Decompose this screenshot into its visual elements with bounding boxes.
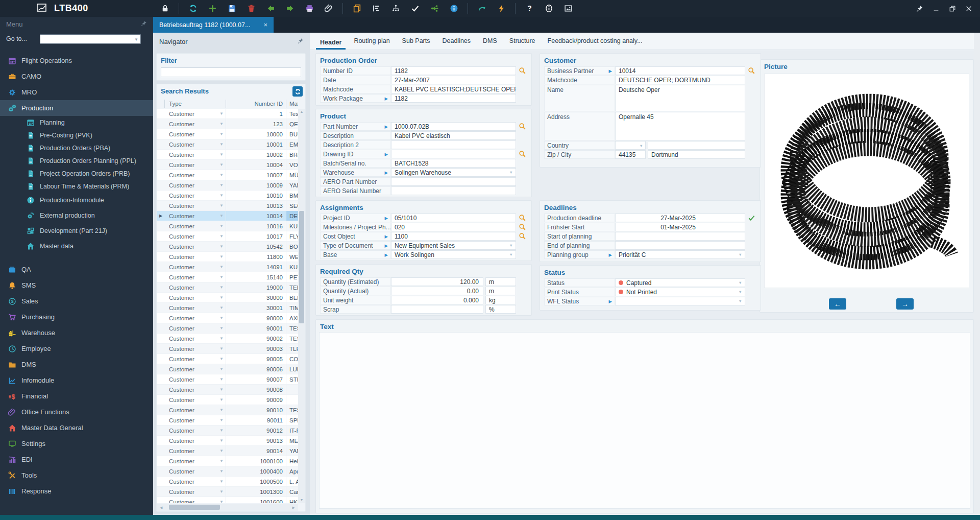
navigator-pin-icon[interactable]	[298, 37, 304, 46]
table-row[interactable]: Customer▼10000BUN	[157, 129, 298, 139]
type-cell[interactable]: Customer▼	[165, 221, 226, 231]
table-row[interactable]: Customer▼90002TES	[157, 334, 298, 344]
type-cell[interactable]: Customer▼	[165, 436, 226, 445]
tab-dms[interactable]: DMS	[479, 33, 501, 50]
goto-select[interactable]: ▼	[40, 34, 141, 44]
field-value-start-of-planning[interactable]	[615, 232, 745, 241]
close-tab-icon[interactable]: ×	[263, 21, 267, 29]
table-row[interactable]: Customer▼90014YAN	[157, 446, 298, 456]
field-value-description[interactable]: Kabel PVC elastisch	[391, 131, 516, 140]
field-value-aero-part-number[interactable]	[391, 177, 516, 186]
link-arrow-icon[interactable]: ▶	[384, 234, 388, 239]
chevron-down-icon[interactable]: ▼	[739, 290, 742, 294]
field-value-print-status[interactable]: Not Printed▼	[615, 288, 745, 296]
field-value-description-2[interactable]	[391, 140, 516, 149]
field-value-warehouse[interactable]: Solingen Warehouse▼	[391, 168, 516, 177]
table-row[interactable]: Customer▼90000AXIN	[157, 313, 298, 323]
table-row[interactable]: Customer▼15140PET	[157, 272, 298, 282]
table-row[interactable]: Customer▼90006LUIG	[157, 364, 298, 374]
field-value-type-of-document[interactable]: New Equipment Sales▼	[391, 241, 516, 250]
table-row[interactable]: Customer▼90005COU	[157, 354, 298, 364]
link-arrow-icon[interactable]: ▶	[384, 124, 388, 129]
field-value-address[interactable]: Opernalle 45	[615, 112, 745, 140]
vertical-scrollbar[interactable]: ▲ ▼	[298, 109, 305, 503]
type-cell[interactable]: Customer▼	[165, 415, 226, 425]
sidebar-item-mro[interactable]: MRO	[0, 84, 153, 100]
scroll-up-icon[interactable]: ▲	[298, 109, 305, 115]
field-value-matchcode[interactable]: DEUTSCHE OPER; DORTMUND	[615, 76, 745, 84]
type-cell[interactable]: Customer▼	[165, 497, 226, 503]
table-row[interactable]: Customer▼90008	[157, 385, 298, 395]
type-cell[interactable]: Customer▼	[165, 323, 226, 333]
sidebar-item-master-data-general[interactable]: Master Data General	[0, 420, 153, 436]
chevron-down-icon[interactable]: ▼	[509, 243, 513, 248]
chevron-down-icon[interactable]: ▼	[739, 280, 742, 285]
chevron-down-icon[interactable]: ▼	[509, 170, 513, 175]
pin-button[interactable]	[914, 2, 925, 15]
close-button[interactable]	[963, 2, 974, 15]
table-row[interactable]: Customer▼14091KUK	[157, 262, 298, 272]
table-row[interactable]: ▶Customer▼10014DEU	[157, 211, 298, 221]
type-cell[interactable]: Customer▼	[165, 426, 226, 435]
gantt-button[interactable]	[370, 2, 383, 15]
sidebar-item-infomodule[interactable]: Infomodule	[0, 372, 153, 388]
sidebar-item-external-production[interactable]: External production	[0, 208, 153, 223]
table-row[interactable]: Customer▼90011SPE	[157, 415, 298, 426]
tab-deadlines[interactable]: Deadlines	[438, 33, 475, 50]
field-value-fr-hster-start[interactable]: 01-Mar-2025	[615, 223, 745, 231]
table-row[interactable]: Customer▼123QEV	[157, 119, 298, 129]
type-cell[interactable]: Customer▼	[165, 231, 226, 241]
column-header-number-id[interactable]: Number ID	[226, 100, 286, 108]
type-cell[interactable]: Customer▼	[165, 395, 226, 405]
table-row[interactable]: Customer▼90013MEY	[157, 436, 298, 446]
sidebar-item-sms[interactable]: SMS	[0, 277, 153, 293]
table-row[interactable]: Customer▼90010TES	[157, 405, 298, 415]
sidebar-item-edi[interactable]: EDI	[0, 452, 153, 467]
table-row[interactable]: Customer▼1001600HKK	[157, 497, 298, 503]
sidebar-item-sales[interactable]: $Sales	[0, 293, 153, 309]
field-value-quantity-actual[interactable]: 0.00	[391, 287, 483, 295]
vertical-scroll-thumb[interactable]	[299, 211, 304, 323]
type-cell[interactable]: Customer▼	[165, 456, 226, 466]
sidebar-item-response[interactable]: Response	[0, 483, 153, 499]
type-cell[interactable]: Customer▼	[165, 334, 226, 343]
field-value-quantity-estimated[interactable]: 120.00	[391, 277, 483, 286]
sidebar-item-warehouse[interactable]: Warehouse	[0, 325, 153, 341]
table-row[interactable]: Customer▼10004VOH	[157, 160, 298, 170]
sidebar-item-employee[interactable]: Employee	[0, 341, 153, 357]
forward-button[interactable]	[283, 2, 297, 15]
table-row[interactable]: Customer▼10017FLYI	[157, 231, 298, 242]
type-cell[interactable]: Customer▼	[165, 466, 226, 476]
field-value-scrap[interactable]	[391, 305, 483, 314]
field-value-drawing-id[interactable]	[391, 150, 516, 158]
info-button[interactable]	[447, 2, 460, 15]
field-value-planning-group[interactable]: Priorität C▼	[615, 250, 745, 259]
link-arrow-icon[interactable]: ▶	[608, 68, 612, 74]
table-row[interactable]: Customer▼1000400Apu	[157, 466, 298, 477]
search-lookup-button[interactable]	[516, 150, 528, 158]
type-cell[interactable]: Customer▼	[165, 191, 226, 200]
sidebar-item-development-part-21j[interactable]: Development (Part 21J)	[0, 223, 153, 239]
table-row[interactable]: Customer▼19000TELI	[157, 282, 298, 293]
type-cell[interactable]: Customer▼	[165, 405, 226, 415]
type-cell[interactable]: Customer▼	[165, 262, 226, 272]
scroll-down-icon[interactable]: ▼	[298, 497, 305, 503]
type-cell[interactable]: Customer▼	[165, 160, 226, 170]
sidebar-item-master-data[interactable]: Master data	[0, 239, 153, 254]
sidebar-item-labour-time-materials-prm[interactable]: Labour Time & Materials (PRM)	[0, 180, 153, 193]
field-value-unit-weight[interactable]: 0.000	[391, 296, 483, 304]
sidebar-item-flight-operations[interactable]: Flight Operations	[0, 53, 153, 68]
add-button[interactable]	[206, 2, 219, 15]
search-lookup-button[interactable]	[516, 66, 528, 75]
sidebar-item-tools[interactable]: Tools	[0, 467, 153, 483]
sidebar-item-production-infomodule[interactable]: Production-Infomodule	[0, 193, 153, 208]
field-value-part-number[interactable]: 1000.07.02B	[391, 122, 516, 131]
search-lookup-button[interactable]	[516, 232, 528, 241]
field-value-name[interactable]: Deutsche Oper	[615, 85, 745, 111]
country-name-field[interactable]	[648, 141, 745, 150]
link-arrow-icon[interactable]: ▶	[384, 152, 388, 157]
check-button[interactable]	[408, 2, 422, 15]
chevron-down-icon[interactable]: ▼	[739, 252, 742, 257]
main-scrollbar-track[interactable]	[974, 33, 980, 515]
table-row[interactable]: Customer▼30000BER	[157, 293, 298, 303]
